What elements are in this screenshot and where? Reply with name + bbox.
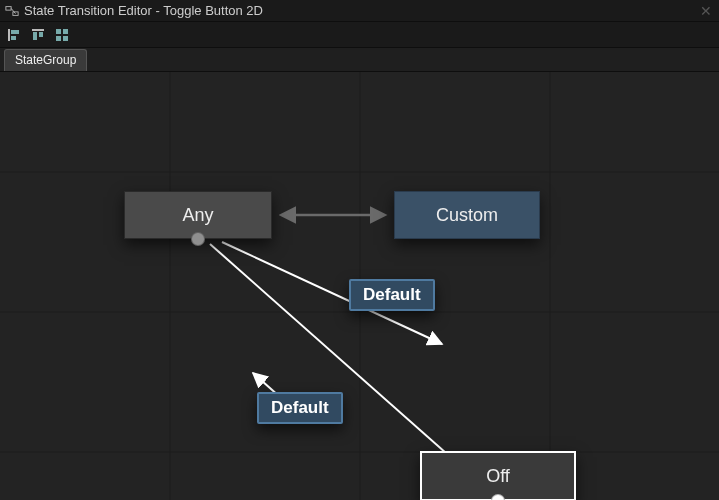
layout-grid-button[interactable] bbox=[52, 25, 72, 45]
svg-rect-4 bbox=[11, 30, 19, 34]
transition-label-default-1[interactable]: Default bbox=[349, 279, 435, 311]
svg-rect-5 bbox=[11, 36, 16, 40]
align-left-icon bbox=[6, 27, 22, 43]
close-icon[interactable]: ✕ bbox=[697, 2, 715, 20]
graph-canvas[interactable]: Any Custom Off Default Default bbox=[0, 72, 719, 500]
transition-label-default-2[interactable]: Default bbox=[257, 392, 343, 424]
svg-rect-3 bbox=[8, 29, 10, 41]
svg-rect-11 bbox=[56, 36, 61, 41]
toolbar bbox=[0, 22, 719, 48]
align-top-button[interactable] bbox=[28, 25, 48, 45]
svg-rect-7 bbox=[33, 32, 37, 40]
svg-rect-12 bbox=[63, 36, 68, 41]
state-node-any[interactable]: Any bbox=[124, 191, 272, 239]
align-top-icon bbox=[30, 27, 46, 43]
app-icon bbox=[4, 3, 20, 19]
state-label: Off bbox=[486, 466, 510, 487]
state-label: Custom bbox=[436, 205, 498, 226]
tab-bar: StateGroup bbox=[0, 48, 719, 72]
tab-stategroup[interactable]: StateGroup bbox=[4, 49, 87, 71]
state-node-off[interactable]: Off bbox=[420, 451, 576, 500]
svg-rect-9 bbox=[56, 29, 61, 34]
svg-rect-10 bbox=[63, 29, 68, 34]
titlebar: State Transition Editor - Toggle Button … bbox=[0, 0, 719, 22]
state-label: Any bbox=[182, 205, 213, 226]
window-title: State Transition Editor - Toggle Button … bbox=[24, 3, 697, 18]
svg-rect-8 bbox=[39, 32, 43, 37]
svg-rect-6 bbox=[32, 29, 44, 31]
svg-rect-0 bbox=[6, 6, 11, 10]
state-node-custom[interactable]: Custom bbox=[394, 191, 540, 239]
layout-grid-icon bbox=[54, 27, 70, 43]
align-left-button[interactable] bbox=[4, 25, 24, 45]
